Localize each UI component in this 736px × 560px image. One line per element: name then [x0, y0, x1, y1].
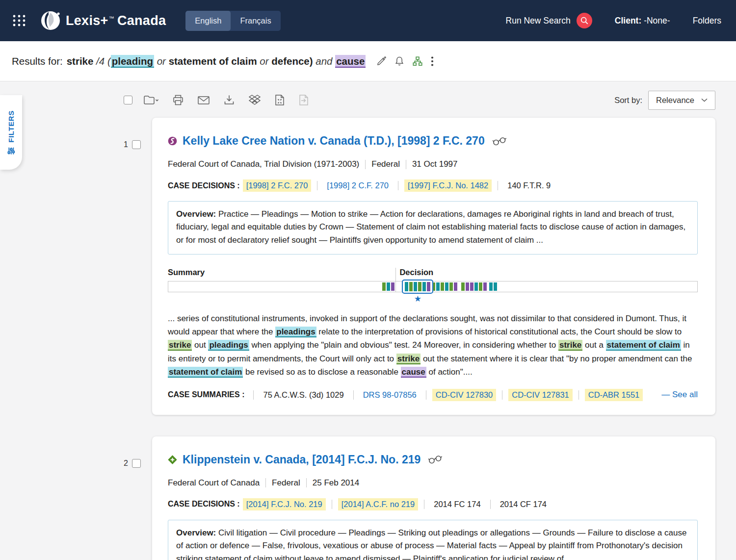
- dropbox-icon[interactable]: [248, 94, 261, 106]
- separator: [426, 390, 426, 400]
- search-term-highlight: strike: [168, 340, 192, 351]
- meta-item: Federal Court of Canada, Trial Division …: [168, 159, 359, 169]
- citation-link[interactable]: [1997] F.C.J. No. 1482: [404, 179, 492, 192]
- meta-item: Federal: [371, 159, 400, 169]
- timeline-hit-cluster[interactable]: [432, 282, 457, 291]
- alert-bell-icon[interactable]: [394, 56, 404, 67]
- timeline-hit-cluster[interactable]: [461, 282, 487, 291]
- citation-link[interactable]: CD-ABR 1551: [585, 389, 643, 401]
- citation-link[interactable]: [1998] 2 C.F. 270: [323, 179, 392, 192]
- search-term-highlight: statement of claim: [168, 367, 243, 378]
- meta-item: Federal: [272, 478, 300, 488]
- run-new-search-button[interactable]: Run New Search: [506, 13, 592, 28]
- separator: [253, 390, 254, 400]
- case-summaries-row: CASE SUMMARIES : 75 A.C.W.S. (3d) 1029DR…: [168, 389, 698, 401]
- quickcite-signal-icon[interactable]: [168, 136, 177, 146]
- lang-french-button[interactable]: Français: [231, 11, 280, 31]
- export-document-icon: [298, 94, 309, 106]
- case-title-link[interactable]: Kelly Lake Cree Nation v. Canada (T.D.),…: [183, 134, 485, 148]
- separator: [490, 500, 491, 509]
- citation-link[interactable]: [1998] 2 F.C. 270: [243, 179, 312, 192]
- case-title-link[interactable]: Klippenstein v. Canada, [2014] F.C.J. No…: [183, 453, 421, 466]
- filters-panel-tab[interactable]: FILTERS: [0, 95, 22, 170]
- more-options-kebab-icon[interactable]: [431, 56, 434, 67]
- timeline-hit-stripe-green: [461, 282, 465, 291]
- text-segment: defence: [271, 55, 309, 67]
- quickcite-signal-icon[interactable]: [168, 455, 177, 464]
- case-decisions-row: CASE DECISIONS : [2014] F.C.J. No. 219[2…: [168, 498, 698, 510]
- client-value: -None-: [644, 16, 670, 25]
- preview-glasses-icon[interactable]: [428, 455, 443, 464]
- citation-link[interactable]: [2014] F.C.J. No. 219: [243, 498, 326, 510]
- lexis-logo[interactable]: Lexis+™ Canada: [40, 10, 166, 31]
- result-number: 1: [124, 140, 128, 415]
- edit-search-icon[interactable]: [376, 56, 387, 66]
- run-new-search-label: Run New Search: [506, 16, 571, 26]
- case-meta: Federal Court of CanadaFederal25 Feb 201…: [168, 478, 698, 488]
- separator: [317, 181, 317, 190]
- email-icon[interactable]: [197, 95, 210, 105]
- select-all-checkbox[interactable]: [124, 96, 132, 104]
- search-query: strike /4 (pleading or statement of clai…: [67, 55, 366, 67]
- sort-by-label: Sort by:: [614, 96, 642, 105]
- result-checkbox[interactable]: [132, 140, 141, 149]
- text-segment: /4 (: [93, 55, 110, 67]
- citation-link[interactable]: CD-CIV 127830: [432, 389, 496, 401]
- lexis-flame-icon: [40, 10, 61, 31]
- download-icon[interactable]: [223, 94, 235, 106]
- print-icon[interactable]: [172, 94, 184, 106]
- brand-name: Lexis+™ Canada: [66, 13, 166, 28]
- timeline-hit-stripe-green: [418, 282, 421, 291]
- lang-english-button[interactable]: English: [185, 11, 231, 31]
- filter-sliders-icon: [7, 147, 15, 154]
- overview-label: Overview:: [176, 209, 216, 219]
- meta-item: 25 Feb 2014: [313, 478, 359, 488]
- client-selector[interactable]: Client: -None-: [615, 16, 670, 26]
- app-switcher-icon[interactable]: [12, 13, 26, 28]
- timeline-hit-stripe-teal: [405, 282, 408, 291]
- search-term-highlight: cause: [401, 367, 426, 378]
- timeline-hit-cluster[interactable]: [489, 282, 497, 291]
- timeline-hit-stripe-teal: [489, 282, 493, 291]
- see-all-link[interactable]: — See all: [661, 390, 698, 400]
- text-segment: ): [310, 55, 313, 67]
- timeline-hit-stripe-purple: [483, 282, 487, 291]
- brand-tm: ™: [109, 15, 114, 21]
- result-card: Klippenstein v. Canada, [2014] F.C.J. No…: [152, 436, 715, 560]
- timeline-summary-label: Summary: [168, 268, 205, 277]
- timeline-hit-cluster[interactable]: [382, 282, 394, 291]
- citation-text: 75 A.C.W.S. (3d) 1029: [260, 389, 347, 401]
- timeline-selected-hit-cluster[interactable]: ★: [402, 280, 433, 294]
- results-header: Results for: strike /4 (pleading or stat…: [0, 41, 736, 81]
- case-decisions-label: CASE DECISIONS :: [168, 181, 240, 190]
- view-full-document-icon[interactable]: [274, 94, 285, 106]
- separator: [578, 390, 579, 400]
- text-segment: be revised so as to disclose a reasonabl…: [243, 367, 400, 377]
- separator: [332, 500, 332, 509]
- search-term-map: SummaryDecision★: [168, 268, 698, 292]
- timeline-hit-stripe-teal: [422, 282, 426, 291]
- citation-link[interactable]: DRS 98-07856: [360, 389, 420, 401]
- timeline-hit-stripe-teal: [445, 282, 448, 291]
- overview-text: Civil litigation — Civil procedure — Ple…: [176, 528, 686, 560]
- preview-glasses-icon[interactable]: [492, 136, 507, 146]
- search-tree-icon[interactable]: [412, 56, 423, 67]
- save-to-folder-icon[interactable]: [143, 94, 159, 106]
- result-checkbox[interactable]: [132, 459, 141, 468]
- search-term-highlight: pleadings: [275, 327, 316, 337]
- text-segment: statement of claim: [169, 55, 257, 67]
- timeline-hit-stripe-green: [479, 282, 482, 291]
- filters-tab-label: FILTERS: [7, 110, 15, 143]
- result-item: 1 Kelly Lake Cree Nation v. Canada (T.D.…: [124, 118, 715, 415]
- separator: [424, 500, 424, 509]
- text-segment: of action"....: [426, 367, 473, 377]
- folders-link[interactable]: Folders: [693, 16, 721, 26]
- text-segment: out the statement where it is clear that…: [421, 354, 692, 363]
- timeline-bar[interactable]: ★: [168, 281, 698, 292]
- sort-dropdown[interactable]: Relevance: [648, 91, 715, 110]
- separator: [265, 478, 266, 487]
- separator: [306, 478, 307, 487]
- citation-link[interactable]: CD-CIV 127831: [508, 389, 572, 401]
- citation-link[interactable]: [2014] A.C.F. no 219: [338, 498, 419, 510]
- timeline-hit-stripe-teal: [474, 282, 478, 291]
